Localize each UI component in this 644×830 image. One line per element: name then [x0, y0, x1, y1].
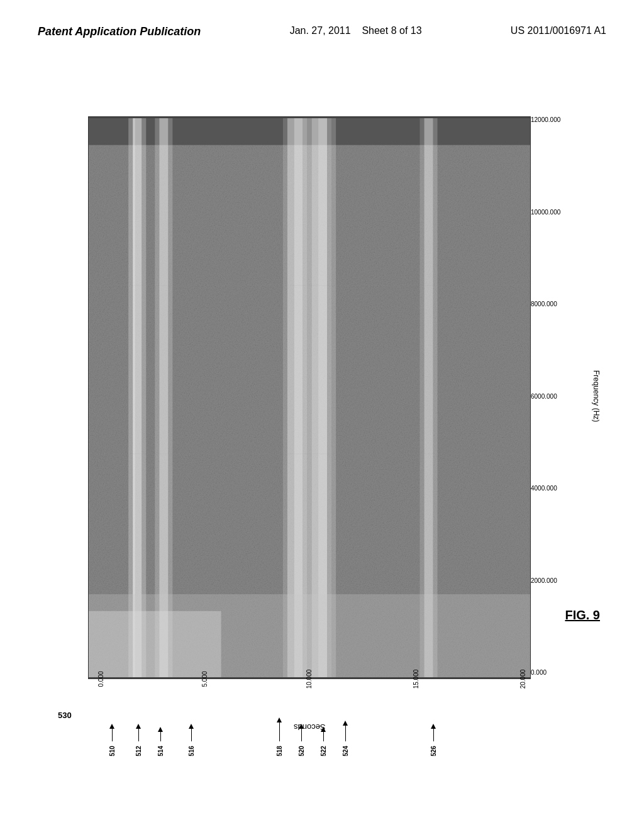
- arrow-516: [189, 724, 194, 729]
- marker-526: 526: [428, 724, 439, 755]
- line-518: [279, 722, 280, 741]
- freq-10000: 10000.000: [531, 209, 560, 216]
- markers-container: 530 510 512 514 516: [89, 698, 530, 755]
- header-date-sheet: Jan. 27, 2011 Sheet 8 of 13: [290, 25, 422, 36]
- line-522: [323, 732, 324, 741]
- freq-0: 0.000: [531, 669, 547, 676]
- sec-15: 15.000: [413, 670, 420, 689]
- line-520: [301, 729, 302, 741]
- marker-518: 518: [274, 717, 285, 755]
- freq-6000: 6000.000: [531, 393, 557, 400]
- arrow-518: [277, 717, 282, 722]
- marker-510: 510: [107, 724, 118, 755]
- figure-label: FIG. 9: [565, 608, 600, 622]
- freq-8000: 8000.000: [531, 301, 557, 307]
- arrow-514: [158, 727, 163, 732]
- label-516: 516: [188, 746, 195, 756]
- label-514: 514: [157, 746, 164, 756]
- marker-516: 516: [186, 724, 197, 755]
- marker-514: 514: [155, 727, 166, 755]
- label-512: 512: [135, 746, 142, 756]
- seconds-axis-ticks: 0.000 5.000 10.000 15.000 20.000: [89, 679, 530, 695]
- page-header: Patent Application Publication Jan. 27, …: [0, 25, 644, 38]
- line-514: [160, 732, 161, 741]
- sec-5: 5.000: [201, 671, 208, 687]
- arrow-520: [299, 724, 304, 729]
- line-512: [138, 729, 139, 741]
- figure-container: dB re 1 μPa²/ Hz 0.000 -20.000 -40.000 -…: [50, 82, 606, 792]
- line-510: [112, 729, 113, 741]
- sheet-info: Sheet 8 of 13: [362, 25, 421, 36]
- arrow-526: [431, 724, 436, 729]
- label-518: 518: [276, 746, 283, 756]
- frequency-axis-label: Frequency (Hz): [587, 116, 605, 676]
- marker-524: 524: [340, 721, 351, 755]
- marker-520: 520: [296, 724, 307, 755]
- line-526: [433, 729, 434, 741]
- label-522: 522: [320, 746, 327, 756]
- freq-axis-ticks: 12000.000 10000.000 8000.000 6000.000 40…: [531, 116, 587, 676]
- arrow-524: [343, 721, 348, 726]
- line-524: [345, 726, 346, 741]
- marker-512: 512: [133, 724, 144, 755]
- sec-0: 0.000: [97, 671, 104, 687]
- publication-number: US 2011/0016971 A1: [511, 25, 606, 36]
- ref-530-label: 530: [58, 711, 72, 720]
- sec-10: 10.000: [306, 670, 313, 689]
- freq-12000: 12000.000: [531, 116, 560, 123]
- freq-4000: 4000.000: [531, 485, 557, 492]
- arrow-522: [321, 727, 326, 732]
- line-516: [191, 729, 192, 741]
- label-524: 524: [342, 746, 349, 756]
- label-526: 526: [430, 746, 437, 756]
- arrow-512: [136, 724, 141, 729]
- publication-date: Jan. 27, 2011: [290, 25, 351, 36]
- arrow-510: [109, 724, 114, 729]
- marker-522: 522: [318, 727, 329, 755]
- publication-title: Patent Application Publication: [38, 25, 201, 38]
- sec-20: 20.000: [520, 670, 527, 689]
- freq-2000: 2000.000: [531, 577, 557, 584]
- label-520: 520: [298, 746, 305, 756]
- spectrogram-image: [88, 116, 531, 679]
- spectrogram-border: [89, 117, 530, 678]
- label-510: 510: [109, 746, 116, 756]
